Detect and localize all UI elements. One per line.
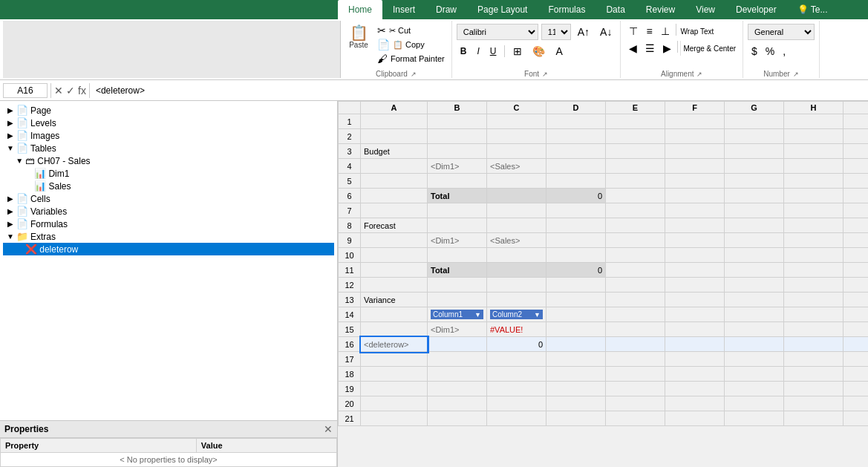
ribbon-tab-developer[interactable]: Developer — [725, 0, 787, 19]
cell-D16[interactable] — [546, 337, 606, 352]
cell-H9[interactable] — [784, 233, 843, 248]
cell-E2[interactable] — [606, 129, 665, 144]
cell-D20[interactable] — [546, 396, 606, 411]
cell-D13[interactable] — [546, 293, 606, 307]
cell-A16[interactable]: <deleterow> — [361, 337, 428, 352]
cell-I3[interactable] — [843, 144, 869, 159]
cell-A17[interactable] — [361, 352, 428, 367]
formula-input[interactable] — [93, 84, 865, 97]
merge-center-button[interactable]: Merge & Center — [680, 41, 738, 56]
cell-H17[interactable] — [784, 352, 843, 367]
properties-close-button[interactable]: ✕ — [324, 423, 333, 435]
row-num-4[interactable]: 4 — [339, 159, 361, 174]
cell-E6[interactable] — [606, 189, 665, 203]
col-header-B[interactable]: B — [428, 102, 487, 114]
cell-F20[interactable] — [665, 396, 725, 411]
cell-H8[interactable] — [784, 218, 843, 233]
cell-F18[interactable] — [665, 367, 725, 382]
cell-D3[interactable] — [546, 144, 606, 159]
clipboard-dialog-launcher[interactable]: ↗ — [411, 71, 417, 78]
cell-A13[interactable]: Variance — [361, 293, 428, 307]
cell-E14[interactable] — [606, 307, 665, 322]
cell-F13[interactable] — [665, 293, 725, 307]
cell-H10[interactable] — [784, 248, 843, 263]
row-num-10[interactable]: 10 — [339, 248, 361, 263]
cell-H11[interactable] — [784, 263, 843, 278]
cell-E8[interactable] — [606, 218, 665, 233]
cell-D17[interactable] — [546, 352, 606, 367]
cell-B5[interactable] — [428, 174, 487, 189]
row-num-6[interactable]: 6 — [339, 189, 361, 203]
tree-item-ch07-sales[interactable]: ▼🗃CH07 - Sales — [3, 154, 334, 167]
cell-G4[interactable] — [725, 159, 784, 174]
cell-H21[interactable] — [784, 411, 843, 426]
cell-B2[interactable] — [428, 129, 487, 144]
cell-D1[interactable] — [546, 114, 606, 129]
cell-E10[interactable] — [606, 248, 665, 263]
cell-I21[interactable] — [843, 411, 869, 426]
row-num-8[interactable]: 8 — [339, 218, 361, 233]
cell-B1[interactable] — [428, 114, 487, 129]
cell-A18[interactable] — [361, 367, 428, 382]
copy-button[interactable]: 📄 📋 Copy — [375, 38, 447, 51]
cell-E3[interactable] — [606, 144, 665, 159]
tree-expand-variables[interactable]: ▶ — [7, 207, 14, 215]
cell-E4[interactable] — [606, 159, 665, 174]
cell-E11[interactable] — [606, 263, 665, 278]
cell-F6[interactable] — [665, 189, 725, 203]
col-header-C[interactable]: C — [487, 102, 546, 114]
cell-G2[interactable] — [725, 129, 784, 144]
cell-G11[interactable] — [725, 263, 784, 278]
comma-button[interactable]: , — [779, 44, 789, 59]
col-header-A[interactable]: A — [361, 102, 428, 114]
cell-E13[interactable] — [606, 293, 665, 307]
cell-D15[interactable] — [546, 322, 606, 337]
cell-A5[interactable] — [361, 174, 428, 189]
cell-F2[interactable] — [665, 129, 725, 144]
cell-C1[interactable] — [487, 114, 546, 129]
cell-I11[interactable] — [843, 263, 869, 278]
formula-function-icon[interactable]: fx — [78, 85, 86, 97]
row-num-3[interactable]: 3 — [339, 144, 361, 159]
cell-C2[interactable] — [487, 129, 546, 144]
cell-A20[interactable] — [361, 396, 428, 411]
number-dialog-launcher[interactable]: ↗ — [793, 71, 799, 78]
ribbon-tab-page-layout[interactable]: Page Layout — [467, 0, 538, 19]
cell-I12[interactable] — [843, 278, 869, 293]
paste-button[interactable]: 📋 Paste — [345, 24, 372, 50]
row-num-18[interactable]: 18 — [339, 367, 361, 382]
tree-item-tables[interactable]: ▼📄Tables — [3, 142, 334, 154]
increase-font-button[interactable]: A↑ — [574, 25, 593, 39]
font-color-button[interactable]: A — [552, 44, 566, 59]
cell-I8[interactable] — [843, 218, 869, 233]
cell-I14[interactable] — [843, 307, 869, 322]
cell-B21[interactable] — [428, 411, 487, 426]
cell-C12[interactable] — [487, 278, 546, 293]
cell-I16[interactable] — [843, 337, 869, 352]
cell-B4[interactable]: <Dim1> — [428, 159, 487, 174]
cell-G14[interactable] — [725, 307, 784, 322]
cell-C6[interactable] — [487, 189, 546, 203]
cell-B19[interactable] — [428, 382, 487, 396]
cell-G13[interactable] — [725, 293, 784, 307]
cell-I4[interactable] — [843, 159, 869, 174]
cell-G21[interactable] — [725, 411, 784, 426]
cell-D9[interactable] — [546, 233, 606, 248]
tree-item-deleterow[interactable]: ❌deleterow — [3, 243, 334, 255]
row-num-5[interactable]: 5 — [339, 174, 361, 189]
cell-E9[interactable] — [606, 233, 665, 248]
cell-H6[interactable] — [784, 189, 843, 203]
cell-E17[interactable] — [606, 352, 665, 367]
cell-I6[interactable] — [843, 189, 869, 203]
col-header-H[interactable]: H — [784, 102, 843, 114]
cell-H18[interactable] — [784, 367, 843, 382]
cut-button[interactable]: ✂ ✂ Cut — [375, 24, 447, 37]
cell-B16[interactable] — [428, 337, 487, 352]
row-num-11[interactable]: 11 — [339, 263, 361, 278]
cell-C17[interactable] — [487, 352, 546, 367]
cell-I18[interactable] — [843, 367, 869, 382]
cell-I9[interactable] — [843, 233, 869, 248]
cell-E19[interactable] — [606, 382, 665, 396]
ribbon-tab-insert[interactable]: Insert — [382, 0, 425, 19]
font-dialog-launcher[interactable]: ↗ — [542, 71, 548, 78]
